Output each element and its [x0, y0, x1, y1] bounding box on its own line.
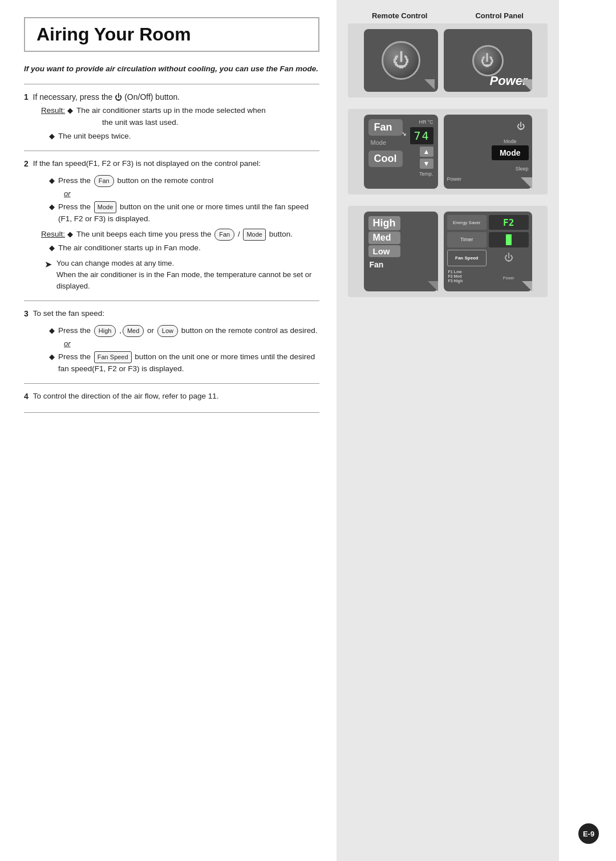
step-2-main: If the fan speed(F1, F2 or F3) is not di… [33, 159, 261, 168]
title-box: Airing Your Room [24, 17, 319, 52]
temperature-display: 74 [410, 127, 433, 144]
sleep-label: Sleep [515, 166, 528, 172]
hr-unit: HR°C [419, 119, 433, 125]
power-icon-control: ⏻ [481, 52, 495, 68]
display-panel-f2: F2 [489, 215, 529, 230]
step-2-result-2: The air conditioner starts up in Fan mod… [58, 242, 201, 254]
or-line-2: or [64, 338, 319, 350]
fan-btn-result[interactable]: Fan [214, 229, 234, 241]
low-btn-inline[interactable]: Low [157, 325, 178, 337]
power-panel-section: Remote Control Control Panel ⏻ [348, 11, 548, 98]
step-2-bullet-1: ◆ Press the Fan button on the remote con… [49, 175, 319, 187]
fanspeed-btn-inline[interactable]: Fan Speed [94, 351, 132, 363]
step-3-content: ◆ Press the High ,Med or Low button on t… [35, 325, 319, 375]
step-3-bullet-2: ◆ Press the Fan Speed button on the unit… [49, 351, 319, 375]
result-label-2: Result: [41, 229, 65, 241]
fan-label: Fan ↘ [368, 119, 403, 136]
section-3: 3 To set the fan speed: ◆ Press the High… [24, 300, 319, 383]
remote-power-image: ⏻ [364, 29, 438, 92]
step-2-result-1: The unit beeps each time you press the F… [76, 229, 293, 241]
page-number-badge: E-9 [578, 823, 599, 844]
fan-mode-panel-box: Fan ↘ Mode Cool HR°C 74 [348, 109, 548, 194]
med-btn-inline[interactable]: Med [123, 325, 144, 337]
fan-remote-image: Fan ↘ Mode Cool HR°C 74 [364, 115, 438, 189]
step-4-number: 4 [24, 392, 29, 401]
control-power-image: ⏻ Power [444, 29, 532, 92]
step-1-content: Result: ◆ The air conditioner starts up … [35, 105, 319, 143]
spacer-1 [24, 412, 319, 481]
step-1-result-2: The unit beeps twice. [58, 131, 131, 143]
section-4: 4 To control the direction of the air fl… [24, 383, 319, 412]
remote-power-btn: ⏻ [382, 41, 420, 80]
fan-mode-images-row: Fan ↘ Mode Cool HR°C 74 [354, 115, 542, 189]
power-btn-speed[interactable]: ⏻ [489, 250, 529, 266]
step-3-main: To set the fan speed: [33, 309, 104, 318]
step-2-result-row: Result: ◆ The unit beeps each time you p… [41, 229, 319, 241]
fan-control-image: ⏻ Mode Mode Sleep Power [444, 115, 532, 189]
step-1-number: 1 If necessary, press the ⏻ (On/Off) but… [24, 92, 319, 101]
right-column: Remote Control Control Panel ⏻ [337, 0, 559, 861]
section-1: 1 If necessary, press the ⏻ (On/Off) but… [24, 84, 319, 151]
power-icon-remote: ⏻ [392, 51, 410, 70]
mode-btn-result[interactable]: Mode [243, 229, 266, 241]
timer-btn[interactable]: Timer [447, 232, 487, 247]
high-label-btn: High [368, 216, 400, 230]
f3-label: F3 High [448, 279, 486, 283]
f-legend: F1 Low F2 Med F3 High [447, 269, 487, 288]
page-title: Airing Your Room [37, 24, 307, 45]
fan-mode-panel-section: Fan ↘ Mode Cool HR°C 74 [348, 109, 548, 194]
mode-btn-row: Mode Mode [447, 139, 529, 160]
up-down-btns: ▲ ▼ [420, 147, 433, 169]
mode-main-btn[interactable]: Mode [492, 145, 529, 160]
power-small-label: Power [447, 176, 462, 182]
section-2: 2 If the fan speed(F1, F2 or F3) is not … [24, 151, 319, 300]
step-4-text: To control the direction of the air flow… [33, 392, 219, 400]
fan-button-inline[interactable]: Fan [94, 175, 114, 187]
power-speed-label: Power [503, 276, 514, 280]
temp-up-btn[interactable]: ▲ [420, 147, 433, 157]
power-images-row: ⏻ ⏻ Power [354, 29, 542, 92]
spacer-2 [24, 481, 319, 549]
temp-down-btn[interactable]: ▼ [420, 159, 433, 169]
display-panel-f2-2: █ [489, 232, 529, 247]
control-power-btn: ⏻ [472, 45, 504, 76]
control-panel-label: Control Panel [475, 11, 524, 20]
page-number: E-9 [583, 830, 594, 838]
energy-saver-btn[interactable]: Energy Saver [447, 215, 487, 230]
timer-label: Timer [460, 237, 473, 242]
speed-labels: High Med Low Fan [368, 216, 400, 269]
power-icon-speed: ⏻ [504, 253, 513, 263]
med-label-btn: Med [368, 232, 400, 244]
result-label-1: Result: [41, 105, 65, 117]
power-circle-btn[interactable]: ⏻ [513, 118, 529, 134]
f1-label: F1 Low [448, 270, 486, 274]
fan-labels: Fan ↘ Mode Cool [368, 119, 403, 167]
f2-label: F2 Med [448, 274, 486, 278]
step-2-content: ◆ Press the Fan button on the remote con… [35, 175, 319, 293]
fan-display-area: HR°C 74 ▲ ▼ Temp. [410, 119, 433, 177]
or-line-1: or [64, 188, 319, 200]
step-2-bullet-2: ◆ Press the Mode button on the unit one … [49, 201, 319, 225]
step-2-number: 2 [24, 159, 29, 168]
power-btn-row: ⏻ [447, 118, 529, 134]
left-column: Airing Your Room If you want to provide … [0, 0, 337, 861]
power-label-row: Power [447, 176, 529, 182]
step-1-result-row: Result: ◆ The air conditioner starts up … [41, 105, 319, 129]
high-btn-inline[interactable]: High [94, 325, 116, 337]
step-1-result-1: The air conditioner starts up in the mod… [76, 105, 266, 129]
fanspeed-label: Fan Speed [455, 255, 478, 261]
mode-button-inline-1[interactable]: Mode [94, 201, 117, 213]
sleep-label-row: Sleep [447, 166, 529, 172]
mode-small-label: Mode [504, 139, 517, 144]
panel1-labels: Remote Control Control Panel [348, 11, 548, 20]
mode-btn-container: Mode Mode [492, 139, 529, 160]
f2-display: F2 [503, 217, 514, 228]
speed-remote-image: High Med Low Fan [364, 212, 438, 291]
cool-label: Cool [368, 151, 403, 167]
speed-control-image: Energy Saver F2 Timer █ [444, 212, 532, 291]
intro-text: If you want to provide air circulation w… [24, 63, 319, 75]
panel2-arrow [521, 177, 532, 189]
energy-label: Energy Saver [453, 220, 480, 225]
fanspeed-btn[interactable]: Fan Speed [447, 250, 487, 266]
step-3-number: 3 [24, 309, 29, 318]
